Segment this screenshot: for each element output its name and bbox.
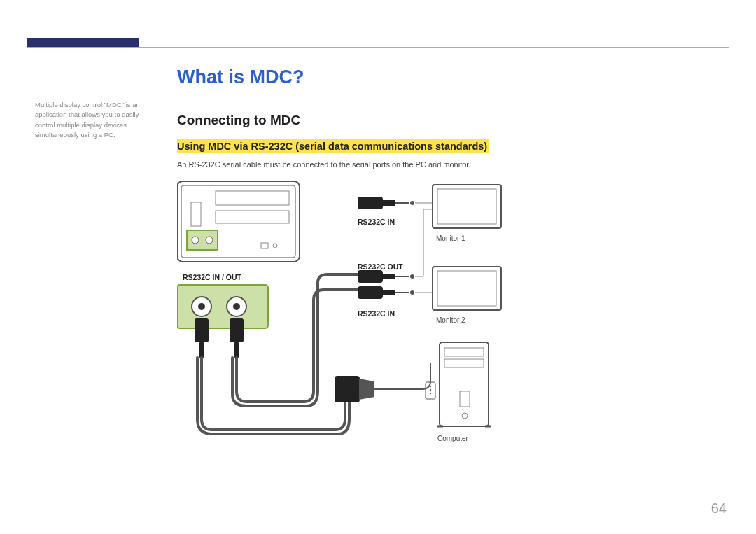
svg-rect-10 — [177, 285, 268, 328]
jack-plug-top-icon — [358, 197, 414, 209]
display-back-panel-icon — [177, 181, 300, 262]
svg-rect-17 — [230, 318, 244, 342]
svg-rect-2 — [216, 191, 289, 205]
svg-rect-19 — [358, 197, 383, 209]
top-rule — [27, 47, 729, 48]
svg-rect-15 — [195, 318, 209, 342]
chapter-tab-indicator — [27, 38, 139, 47]
svg-point-42 — [430, 393, 431, 394]
svg-rect-16 — [199, 342, 204, 358]
body-text: An RS-232C serial cable must be connecte… — [177, 160, 714, 169]
svg-point-40 — [430, 386, 431, 387]
page-number: 64 — [711, 500, 727, 517]
svg-rect-20 — [383, 200, 396, 206]
page-title: What is MDC? — [177, 66, 714, 88]
svg-rect-18 — [234, 342, 239, 358]
svg-rect-35 — [438, 189, 496, 224]
svg-point-47 — [462, 413, 468, 419]
connection-diagram: RS232C IN / OUT RS232C IN RS232C OUT RS2… — [177, 181, 569, 461]
svg-rect-43 — [440, 342, 489, 426]
svg-rect-8 — [261, 243, 268, 248]
svg-rect-24 — [383, 274, 396, 279]
svg-rect-38 — [335, 376, 360, 402]
svg-rect-34 — [433, 185, 501, 228]
svg-rect-28 — [383, 290, 396, 295]
svg-rect-4 — [191, 202, 201, 226]
svg-point-30 — [410, 290, 414, 295]
diagram-svg — [177, 181, 569, 461]
section-heading: Connecting to MDC — [177, 113, 714, 128]
computer-tower-icon — [438, 342, 491, 426]
subsection-heading: Using MDC via RS-232C (serial data commu… — [177, 139, 489, 153]
svg-rect-36 — [433, 267, 501, 310]
svg-rect-27 — [358, 286, 383, 299]
svg-point-22 — [410, 201, 414, 205]
monitor-1-icon — [433, 185, 501, 228]
svg-point-9 — [273, 244, 277, 248]
db9-connector-icon — [335, 363, 435, 402]
svg-rect-46 — [460, 391, 470, 407]
svg-point-14 — [233, 303, 240, 310]
svg-rect-23 — [358, 270, 383, 283]
svg-point-7 — [206, 237, 213, 244]
signal-lines-icon — [415, 203, 433, 293]
svg-point-12 — [198, 303, 205, 310]
svg-rect-3 — [216, 211, 289, 223]
svg-rect-37 — [438, 271, 496, 306]
svg-rect-45 — [444, 359, 484, 367]
svg-point-26 — [410, 274, 414, 279]
svg-point-6 — [192, 237, 199, 244]
svg-point-41 — [430, 389, 431, 391]
side-note: Multiple display control "MDC" is an app… — [35, 100, 154, 140]
monitor-2-icon — [433, 267, 501, 310]
jack-plug-out-icon — [358, 270, 414, 283]
side-note-rule — [35, 90, 154, 90]
jack-plug-in2-icon — [358, 286, 414, 299]
main-content: What is MDC? Connecting to MDC Using MDC… — [177, 66, 714, 461]
svg-rect-44 — [444, 348, 484, 356]
port-closeup-icon — [177, 285, 268, 328]
